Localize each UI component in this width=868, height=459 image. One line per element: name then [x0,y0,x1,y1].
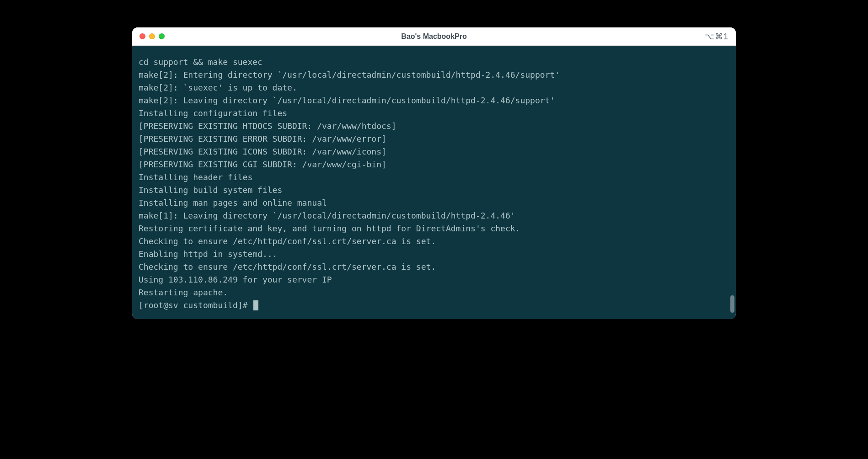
terminal-output-line: [PRESERVING EXISTING ERROR SUBDIR: /var/… [139,133,729,145]
terminal-output-line: [PRESERVING EXISTING HTDOCS SUBDIR: /var… [139,120,729,133]
terminal-output-line: Using 103.110.86.249 for your server IP [139,273,729,286]
terminal-prompt-line: [root@sv custombuild]# [139,299,729,312]
terminal-output-line: make[2]: Entering directory `/usr/local/… [139,69,729,81]
maximize-button[interactable] [159,33,165,39]
terminal-output-line: Installing man pages and online manual [139,197,729,209]
terminal-output-line: make[2]: Leaving directory `/usr/local/d… [139,94,729,107]
cursor-icon [253,300,258,310]
close-button[interactable] [139,33,145,39]
terminal-output-line: Installing header files [139,171,729,184]
window-title: Bao's MacbookPro [401,32,466,41]
titlebar[interactable]: Bao's MacbookPro ⌥⌘1 [132,27,736,46]
terminal-output-line: Enabling httpd in systemd... [139,248,729,261]
minimize-button[interactable] [149,33,155,39]
scrollbar-thumb[interactable] [730,295,734,313]
terminal-output-line: Restoring certificate and key, and turni… [139,222,729,235]
terminal-output-line: cd support && make suexec [139,56,729,69]
terminal-prompt: [root@sv custombuild]# [139,299,252,312]
terminal-output-line: Checking to ensure /etc/httpd/conf/ssl.c… [139,261,729,273]
terminal-window: Bao's MacbookPro ⌥⌘1 cd support && make … [132,27,736,319]
terminal-output-line: Restarting apache. [139,286,729,299]
terminal-body[interactable]: cd support && make suexec make[2]: Enter… [132,46,736,319]
terminal-output-line: Checking to ensure /etc/httpd/conf/ssl.c… [139,235,729,248]
shortcut-hint: ⌥⌘1 [705,32,729,42]
terminal-output-line: make[1]: Leaving directory `/usr/local/d… [139,209,729,222]
terminal-output-line: [PRESERVING EXISTING ICONS SUBDIR: /var/… [139,145,729,158]
terminal-output-line: Installing build system files [139,184,729,197]
traffic-lights [139,33,165,39]
terminal-output-line: [PRESERVING EXISTING CGI SUBDIR: /var/ww… [139,158,729,171]
terminal-output-line: make[2]: `suexec' is up to date. [139,81,729,94]
terminal-output-line: Installing configuration files [139,107,729,120]
